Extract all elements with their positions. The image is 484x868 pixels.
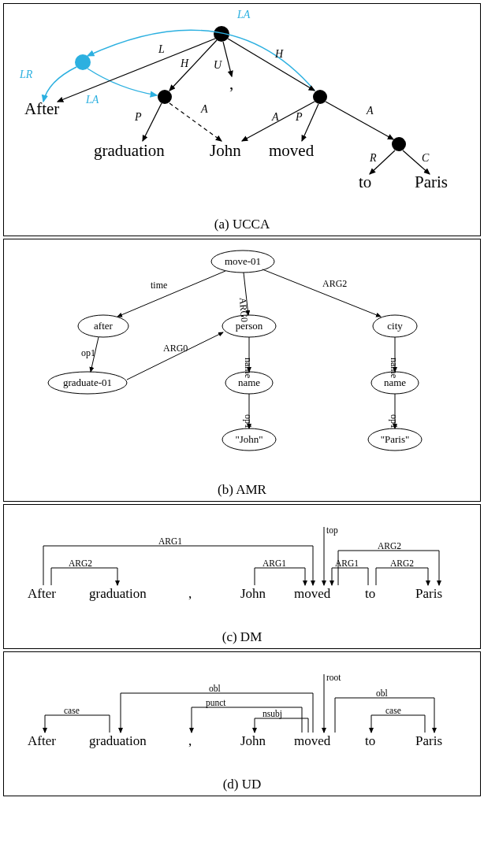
dm-diagram: After graduation , John moved to Paris t… <box>9 511 477 626</box>
ucca-label-r: R <box>369 152 377 164</box>
ucca-edge-a3 <box>326 102 393 139</box>
ucca-label-a2: A <box>271 111 279 123</box>
panel-amr: move-01 after person city graduate-01 na… <box>3 239 481 502</box>
ucca-label-a1: A <box>200 103 208 115</box>
ucca-edge-la2 <box>87 69 157 95</box>
amr-label-op1c: op1 <box>389 414 400 428</box>
ucca-edge-a-dashed <box>169 103 222 141</box>
dm-label-arg1-long: ARG1 <box>158 536 182 546</box>
ud-word-graduation: graduation <box>89 733 147 748</box>
ucca-word-paris: Paris <box>415 172 448 191</box>
ucca-label-p1: P <box>134 111 142 123</box>
amr-label-arg2: ARG2 <box>322 278 347 289</box>
ucca-label-c: C <box>422 152 430 164</box>
dm-word-moved: moved <box>294 586 331 601</box>
amr-diagram: move-01 after person city graduate-01 na… <box>9 246 477 479</box>
svg-text:city: city <box>387 320 403 332</box>
ucca-node-to-paris <box>392 137 406 151</box>
panel-ud: After graduation , John moved to Paris r… <box>3 651 481 796</box>
ucca-label-p2: P <box>295 111 303 123</box>
ud-label-case1: case <box>64 706 80 715</box>
dm-word-to: to <box>365 586 375 601</box>
ud-label-punct: punct <box>206 698 226 708</box>
ud-word-after: After <box>28 733 56 748</box>
amr-node-john: "John" <box>222 428 276 451</box>
amr-label-op1b: op1 <box>243 414 254 428</box>
ucca-edge-p2 <box>302 104 318 141</box>
ud-diagram: After graduation , John moved to Paris r… <box>9 658 477 773</box>
ud-edge-case1 <box>45 715 110 733</box>
dm-word-after: After <box>28 586 56 601</box>
amr-label-op1a: op1 <box>81 347 95 358</box>
panel-dm: After graduation , John moved to Paris t… <box>3 504 481 649</box>
ucca-implicit-node <box>75 54 91 70</box>
amr-label-arg0: ARG0 <box>237 297 250 322</box>
dm-edge-arg1c <box>332 568 368 585</box>
panel-ucca: After graduation John , moved to Paris L… <box>3 3 481 236</box>
ucca-word-moved: moved <box>269 141 315 160</box>
ucca-diagram: After graduation John , moved to Paris L… <box>9 10 477 213</box>
ucca-edge-la-top <box>87 30 315 91</box>
dm-edge-arg2a <box>51 568 117 585</box>
dm-label-arg1c: ARG1 <box>335 558 359 568</box>
ucca-label-a3: A <box>366 105 374 117</box>
amr-edge-arg2 <box>262 269 381 317</box>
dm-label-arg2a: ARG2 <box>69 558 92 568</box>
amr-node-after: after <box>78 315 128 337</box>
ucca-caption: (a) UCCA <box>9 217 475 232</box>
dm-word-john: John <box>240 586 266 601</box>
ucca-word-to: to <box>359 172 371 191</box>
dm-label-arg1b: ARG1 <box>262 558 286 568</box>
amr-edge-time <box>117 271 225 317</box>
dm-edge-arg2c <box>376 568 428 585</box>
dm-caption: (c) DM <box>9 629 475 645</box>
ucca-label-h2: H <box>274 48 284 60</box>
amr-node-paris: "Paris" <box>368 428 422 451</box>
ud-edge-case2 <box>371 715 425 733</box>
ucca-label-lr: LR <box>19 69 33 80</box>
ud-label-obl2: obl <box>376 688 388 698</box>
amr-label-arg0b: ARG0 <box>163 343 188 354</box>
ud-label-case2: case <box>385 706 401 715</box>
ucca-edge-h2 <box>228 39 315 91</box>
ud-label-root: root <box>326 673 341 682</box>
ucca-label-u: U <box>214 59 222 71</box>
ucca-word-after: After <box>24 99 59 118</box>
dm-edge-arg1b <box>255 568 305 585</box>
ucca-edge-p1 <box>143 103 162 141</box>
ucca-label-h1: H <box>180 57 189 69</box>
ud-word-comma: , <box>188 733 192 748</box>
ucca-node-graduation <box>158 90 172 104</box>
ud-edge-nsubj <box>255 718 308 733</box>
svg-text:"Paris": "Paris" <box>381 433 410 445</box>
ucca-word-john: John <box>210 141 241 160</box>
dm-label-arg2b: ARG2 <box>378 541 401 551</box>
ud-word-to: to <box>365 733 375 748</box>
dm-label-arg2c: ARG2 <box>390 558 414 568</box>
svg-text:name: name <box>238 377 260 388</box>
amr-caption: (b) AMR <box>9 482 475 498</box>
svg-text:name: name <box>384 377 406 388</box>
svg-text:move-01: move-01 <box>225 255 261 267</box>
ud-caption: (d) UD <box>9 777 475 792</box>
ud-word-paris: Paris <box>415 733 442 748</box>
ud-edge-punct <box>192 707 302 733</box>
ucca-word-comma: , <box>229 74 233 93</box>
dm-label-top: top <box>326 525 338 536</box>
svg-text:after: after <box>94 320 113 332</box>
ud-word-john: John <box>240 733 266 748</box>
dm-word-paris: Paris <box>415 586 442 601</box>
amr-node-move: move-01 <box>211 250 274 273</box>
ud-word-moved: moved <box>294 733 331 748</box>
ucca-word-graduation: graduation <box>94 141 165 160</box>
svg-text:"John": "John" <box>235 433 262 445</box>
amr-edge-arg0b <box>127 332 223 380</box>
ucca-label-l: L <box>158 43 165 55</box>
amr-label-name-a: name <box>243 358 254 378</box>
dm-word-graduation: graduation <box>89 586 147 601</box>
ucca-label-la-top: LA <box>236 10 251 20</box>
amr-node-graduate: graduate-01 <box>48 372 127 394</box>
svg-text:graduate-01: graduate-01 <box>63 377 112 388</box>
dm-word-comma: , <box>188 586 192 601</box>
ud-label-obl1: obl <box>209 684 221 693</box>
